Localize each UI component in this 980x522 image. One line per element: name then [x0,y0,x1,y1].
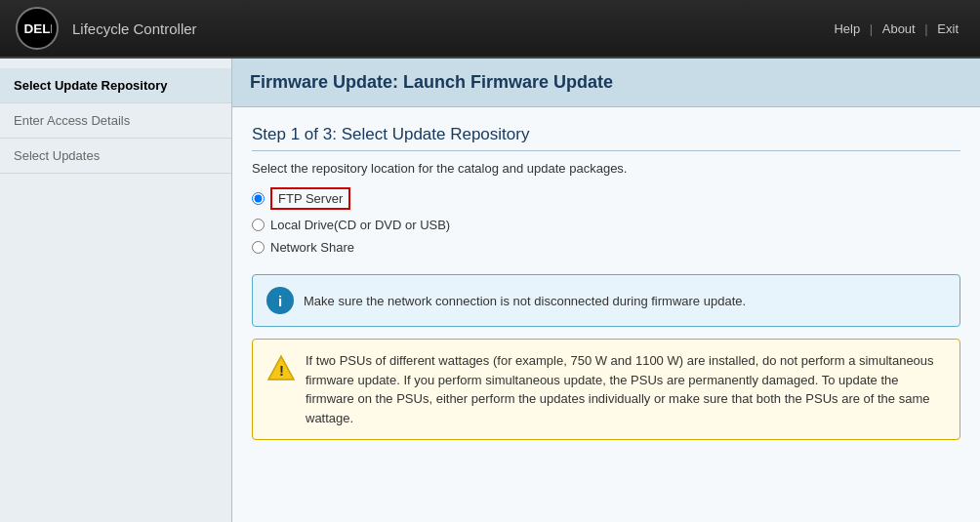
exit-link[interactable]: Exit [931,21,964,36]
app-title: Lifecycle Controller [72,20,828,37]
sidebar: Select Update Repository Enter Access De… [0,59,232,522]
main-content: Step 1 of 3: Select Update Repository Se… [232,107,980,469]
svg-text:!: ! [279,362,284,379]
about-link[interactable]: About [877,21,921,36]
radio-option-ftp[interactable]: FTP Server [252,187,960,210]
dell-logo: DELL [16,7,59,50]
radio-network-share[interactable] [252,241,265,254]
sidebar-item-select-updates[interactable]: Select Updates [0,139,231,174]
sidebar-item-select-update-repository[interactable]: Select Update Repository [0,68,231,103]
main-content-area: Firmware Update: Launch Firmware Update … [232,59,980,522]
ftp-server-label: FTP Server [270,187,350,210]
sep1: | [866,21,877,36]
info-icon: i [266,287,294,314]
layout: Select Update Repository Enter Access De… [0,59,980,522]
radio-option-local-drive[interactable]: Local Drive(CD or DVD or USB) [252,218,960,232]
warning-icon: ! [266,353,296,382]
radio-local-drive[interactable] [252,219,265,231]
svg-text:DELL: DELL [24,21,53,36]
radio-option-network-share[interactable]: Network Share [252,240,960,255]
app-header: DELL Lifecycle Controller Help | About |… [0,0,980,59]
page-header: Firmware Update: Launch Firmware Update [232,59,980,107]
step-title: Step 1 of 3: Select Update Repository [252,125,960,151]
warning-box: ! If two PSUs of different wattages (for… [252,339,960,440]
sidebar-item-enter-access-details[interactable]: Enter Access Details [0,103,231,139]
instruction-text: Select the repository location for the c… [252,161,960,176]
local-drive-label: Local Drive(CD or DVD or USB) [270,218,450,232]
info-text: Make sure the network connection is not … [304,294,746,308]
repository-radio-group: FTP Server Local Drive(CD or DVD or USB)… [252,187,960,255]
help-link[interactable]: Help [828,21,866,36]
network-share-label: Network Share [270,240,354,255]
info-box: i Make sure the network connection is no… [252,274,960,327]
radio-ftp[interactable] [252,192,265,205]
header-nav: Help | About | Exit [828,21,964,36]
warning-text: If two PSUs of different wattages (for e… [306,351,946,427]
sep2: | [921,21,932,36]
page-title: Firmware Update: Launch Firmware Update [250,72,962,93]
